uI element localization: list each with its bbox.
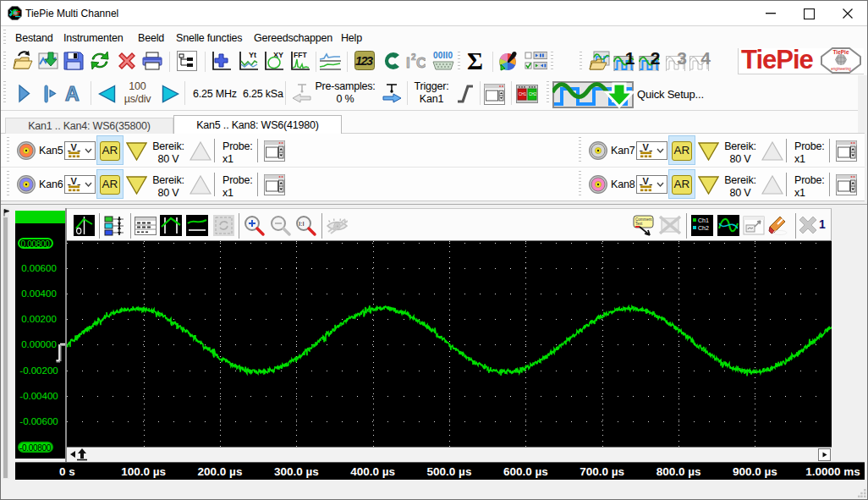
svg-text:Text: Text	[635, 222, 643, 226]
svg-text:Ch1: Ch1	[698, 217, 709, 223]
svg-text:3: 3	[677, 51, 687, 68]
svg-text:Yt: Yt	[249, 51, 256, 59]
svg-text:TiePie: TiePie	[832, 49, 849, 55]
svg-text:CH2: CH2	[529, 92, 536, 96]
svg-text:engineering: engineering	[831, 67, 851, 71]
svg-text:V: V	[71, 142, 78, 152]
svg-text:00II0: 00II0	[433, 51, 453, 60]
svg-text:4: 4	[700, 51, 711, 68]
svg-text:CH1: CH1	[519, 92, 526, 96]
svg-text:V: V	[643, 142, 650, 152]
svg-text:1: 1	[625, 51, 635, 68]
svg-text:2: 2	[651, 51, 661, 68]
svg-text:123: 123	[355, 54, 373, 68]
svg-text:V: V	[71, 176, 78, 186]
svg-text:I:I: I:I	[299, 220, 305, 228]
svg-text:Σ: Σ	[467, 51, 483, 71]
svg-text:I: I	[406, 55, 410, 71]
svg-text:FFT: FFT	[294, 51, 307, 59]
svg-text:Ch2: Ch2	[698, 225, 709, 231]
svg-text:C: C	[416, 55, 426, 71]
svg-text:V: V	[643, 176, 650, 186]
